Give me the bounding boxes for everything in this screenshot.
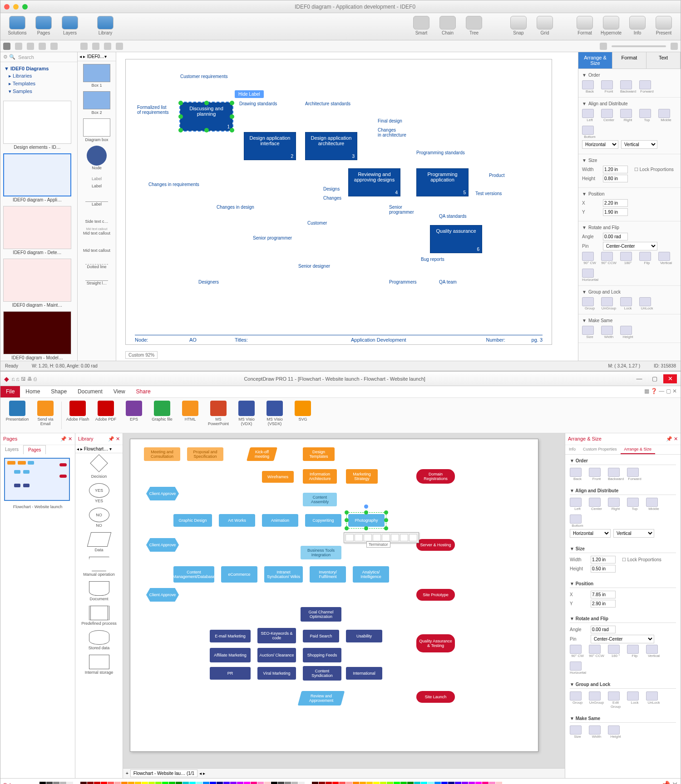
vertical-select[interactable]: Vertical (621, 140, 657, 149)
node[interactable]: Information Architecture (303, 469, 337, 484)
swatch[interactable] (196, 782, 202, 784)
shape[interactable]: Predefined process (75, 602, 123, 627)
menu-view[interactable]: View (108, 386, 131, 397)
lock-button[interactable] (627, 691, 639, 701)
swatch[interactable] (162, 782, 168, 784)
zoom-indicator[interactable]: Custom 92% (125, 351, 158, 359)
same-width-button[interactable] (589, 725, 601, 735)
rotate-ccw-button[interactable] (589, 645, 601, 654)
lib-nav[interactable]: ◂ ▸ Flowchart… ▾ (75, 445, 123, 453)
rotate-ccw-button[interactable] (601, 252, 613, 261)
flip-v-button[interactable] (646, 645, 658, 654)
horizontal-select[interactable]: Horizontal (582, 140, 618, 149)
toolbar-layers[interactable]: Layers (57, 15, 83, 35)
zoom-slider[interactable] (612, 45, 666, 47)
swatch[interactable] (210, 782, 216, 784)
tool-icon[interactable] (116, 43, 123, 50)
tab-layers[interactable]: Layers (0, 445, 23, 454)
toolbar-grid[interactable]: Grid (532, 15, 558, 35)
align-bottom-button[interactable] (570, 514, 582, 524)
swatch[interactable] (108, 782, 114, 784)
swatch[interactable] (237, 782, 243, 784)
shape[interactable]: Stored data (75, 627, 123, 651)
zoom-icon[interactable] (22, 4, 28, 10)
library-header[interactable]: ◂ ▸ IDEF0… ▾ (78, 52, 116, 61)
swatch[interactable] (319, 782, 325, 784)
shape[interactable]: YESYES (75, 480, 123, 504)
back-button[interactable] (582, 80, 594, 89)
swatch[interactable] (366, 782, 373, 784)
swatch[interactable] (128, 782, 134, 784)
idef-box-2[interactable]: Design application interface2 (244, 132, 296, 160)
swatch[interactable] (332, 782, 339, 784)
shape[interactable]: Document (75, 578, 123, 602)
swatch[interactable] (387, 782, 393, 784)
y-input[interactable] (591, 600, 616, 608)
thumb[interactable]: IDEF0 diagram - Model… (3, 311, 71, 360)
swatch[interactable] (414, 782, 420, 784)
same-height-button[interactable] (608, 725, 620, 735)
node[interactable]: Shopping Feeds (303, 648, 341, 662)
canvas[interactable]: Customer requirements Formalized list of… (116, 52, 578, 361)
canvas[interactable]: Meeting and Consultation Proposal and Sp… (123, 433, 565, 778)
swatch[interactable] (271, 782, 277, 784)
tree-item[interactable]: ▸ Templates (4, 80, 74, 88)
x-input[interactable] (603, 199, 628, 207)
page-thumb[interactable] (4, 458, 70, 501)
ribbon-html[interactable]: HTML (176, 400, 204, 431)
shape[interactable]: Side text c… (78, 207, 116, 225)
align-bottom-button[interactable] (582, 126, 594, 135)
shape[interactable]: Straight l… (78, 270, 116, 286)
swatch[interactable] (74, 782, 80, 784)
search-input[interactable]: ⚙ 🔍 Search (0, 52, 77, 62)
lock-button[interactable] (620, 297, 632, 306)
swatch[interactable] (257, 782, 264, 784)
node[interactable]: Kick-off meeting (247, 447, 277, 461)
ribbon-presentation[interactable]: Presentation (3, 400, 31, 431)
swatch[interactable] (489, 782, 495, 784)
align-left-button[interactable] (582, 109, 594, 118)
swatch[interactable] (448, 782, 454, 784)
node[interactable]: Analytics/ Intelligence (353, 566, 389, 583)
front-button[interactable] (589, 468, 601, 477)
tool-icon[interactable] (80, 43, 88, 50)
swatch[interactable] (421, 782, 427, 784)
tab-arrange[interactable]: Arrange & Size (578, 52, 612, 69)
angle-input[interactable] (603, 233, 628, 240)
swatch[interactable] (101, 782, 107, 784)
toolbar-pages[interactable]: Pages (30, 15, 57, 35)
swatch[interactable] (223, 782, 230, 784)
tree-item[interactable]: ▸ Libraries (4, 72, 74, 80)
width-input[interactable] (603, 166, 628, 173)
swatch[interactable] (148, 782, 155, 784)
swatch[interactable] (176, 782, 182, 784)
idef-box-5[interactable]: Programming application5 (416, 168, 469, 196)
align-top-button[interactable] (627, 498, 639, 507)
swatch[interactable] (87, 782, 94, 784)
swatch[interactable] (298, 782, 305, 784)
ungroup-button[interactable] (601, 297, 613, 306)
flip-button[interactable] (639, 252, 651, 261)
swatch[interactable] (169, 782, 175, 784)
thumb[interactable]: IDEF0 diagram - Maint… (3, 259, 71, 308)
approve[interactable]: Client Approve (146, 487, 179, 500)
node[interactable]: Design Templates (303, 447, 335, 461)
swatch[interactable] (482, 782, 489, 784)
align-top-button[interactable] (639, 109, 651, 118)
swatch[interactable] (135, 782, 141, 784)
ribbon-ms-visio-vdx-[interactable]: MS Visio (VDX) (232, 400, 261, 431)
node[interactable]: Domain Registrations (416, 469, 455, 484)
swatch[interactable] (285, 782, 291, 784)
swatch[interactable] (326, 782, 332, 784)
swatch[interactable] (346, 782, 352, 784)
swatch[interactable] (441, 782, 448, 784)
swatch[interactable] (46, 782, 53, 784)
approve[interactable]: Client Approve (146, 538, 179, 552)
swatch[interactable] (244, 782, 250, 784)
tab-pages[interactable]: Pages (23, 445, 46, 454)
hide-label-button[interactable]: Hide Label (235, 90, 264, 98)
swatch[interactable] (80, 782, 87, 784)
tab-custom[interactable]: Custom Properties (579, 445, 621, 454)
swatch[interactable] (39, 782, 46, 784)
node[interactable]: E-mail Marketing (210, 630, 251, 642)
